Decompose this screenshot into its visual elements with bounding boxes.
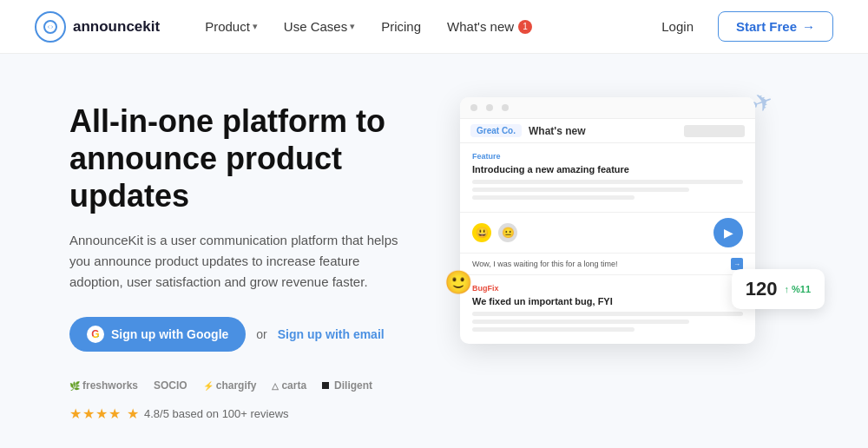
partner-freshworks: 🌿 freshworks <box>69 379 138 392</box>
hero-left: All-in-one platform to announce product … <box>69 102 408 423</box>
nav-links: Product ▾ Use Cases ▾ Pricing What's new… <box>194 14 651 39</box>
start-free-button[interactable]: Start Free → <box>718 11 833 42</box>
logo[interactable]: announcekit <box>35 11 160 43</box>
partner-socio: SOCIO <box>154 379 187 392</box>
nav-product[interactable]: Product ▾ <box>194 14 268 39</box>
hero-right: ✈ 🙂 120 ↑ %11 Great Co. What's new Fe <box>460 97 799 427</box>
window-dot-3 <box>502 104 509 111</box>
mock-line <box>472 195 635 200</box>
floating-emoji: 🙂 <box>444 269 472 296</box>
rating-row: ★★★★ ★ 4.8/5 based on 100+ reviews <box>69 405 408 422</box>
hero-title: All-in-one platform to announce product … <box>69 102 408 215</box>
counter-number: 120 <box>746 278 778 300</box>
navbar: announcekit Product ▾ Use Cases ▾ Pricin… <box>0 0 868 54</box>
logo-icon <box>35 11 66 43</box>
partner-carta: △ carta <box>272 379 306 392</box>
nav-pricing[interactable]: Pricing <box>371 14 431 39</box>
mock-app-window: Great Co. What's new Feature Introducing… <box>460 97 755 344</box>
chevron-down-icon: ▾ <box>253 21 258 32</box>
mock-feature-lines <box>472 180 743 200</box>
window-dot-2 <box>486 104 493 111</box>
window-dot-1 <box>470 104 477 111</box>
mock-feature-title: Introducing a new amazing feature <box>472 164 743 175</box>
mock-line <box>472 188 689 192</box>
counter-percentage: ↑ %11 <box>784 284 811 294</box>
email-signup-link[interactable]: Sign up with email <box>278 327 385 341</box>
mock-bugfix-lines <box>472 312 743 332</box>
chevron-down-icon: ▾ <box>350 21 355 32</box>
google-signup-button[interactable]: G Sign up with Google <box>69 317 246 352</box>
mock-comment-text: Wow, I was waiting for this for a long t… <box>472 260 617 268</box>
mock-bugfix-card: BugFix We fixed un important bug, FYI <box>460 275 755 344</box>
mock-feature-tag: Feature <box>472 152 743 161</box>
cta-row: G Sign up with Google or Sign up with em… <box>69 317 408 352</box>
partner-diligent: Diligent <box>322 379 372 392</box>
svg-point-1 <box>49 25 52 29</box>
or-separator: or <box>256 327 266 341</box>
rating-text: 4.8/5 based on 100+ reviews <box>144 407 289 420</box>
mock-emoji-smile: 😃 <box>472 223 491 242</box>
partner-chargify: ⚡ chargify <box>203 379 257 392</box>
mock-line <box>472 320 689 324</box>
mock-comment-row: Wow, I was waiting for this for a long t… <box>460 254 755 275</box>
nav-whats-new[interactable]: What's new 1 <box>437 14 542 39</box>
partners-row: 🌿 freshworks SOCIO ⚡ chargify △ carta Di… <box>69 379 408 392</box>
mock-bugfix-tag: BugFix <box>472 284 743 293</box>
logo-text: announcekit <box>73 18 160 36</box>
mock-bugfix-title: We fixed un important bug, FYI <box>472 296 743 306</box>
mock-company-tag: Great Co. <box>470 124 522 137</box>
login-button[interactable]: Login <box>651 14 704 39</box>
floating-counter: 120 ↑ %11 <box>732 269 825 309</box>
mock-line <box>472 180 743 184</box>
mock-line <box>472 327 635 332</box>
mock-video-row: 😃 😐 ▶ <box>460 213 755 254</box>
nav-right: Login Start Free → <box>651 11 833 42</box>
mock-line <box>472 312 743 316</box>
mock-send-button: → <box>731 258 743 270</box>
google-logo-icon: G <box>87 326 104 343</box>
mock-titlebar <box>460 97 755 119</box>
star-icons: ★★★★ <box>69 405 122 422</box>
hero-section: All-in-one platform to announce product … <box>0 54 868 448</box>
mock-play-button: ▶ <box>713 218 743 247</box>
hero-description: AnnounceKit is a user communication plat… <box>69 230 408 293</box>
mock-feature-card: Feature Introducing a new amazing featur… <box>460 143 755 213</box>
star-half: ★ <box>127 405 139 422</box>
mock-search-box <box>684 125 745 137</box>
whats-new-badge: 1 <box>518 20 532 34</box>
mock-emoji-face: 😐 <box>498 223 517 242</box>
mock-tab-area: Great Co. What's new <box>460 119 755 143</box>
nav-use-cases[interactable]: Use Cases ▾ <box>273 14 365 39</box>
mock-tab-title: What's new <box>529 125 586 137</box>
